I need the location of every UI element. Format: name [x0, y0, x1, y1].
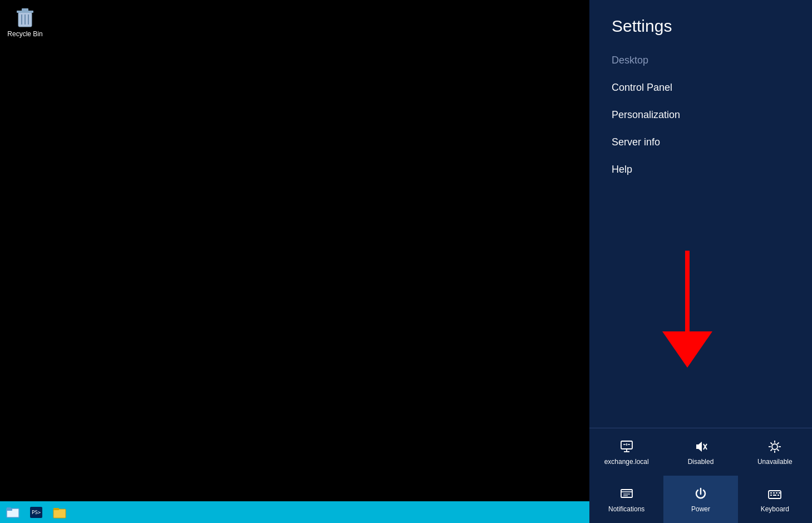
settings-menu: Desktop Control Panel Personalization Se…	[589, 47, 812, 183]
svg-rect-40	[776, 492, 777, 493]
settings-title: Settings	[589, 0, 812, 47]
svg-rect-39	[773, 492, 775, 493]
sound-disabled-label: Disabled	[688, 458, 714, 466]
settings-item-desktop[interactable]: Desktop	[612, 47, 790, 74]
brightness-unavailable-button[interactable]: Unavailable	[738, 428, 812, 476]
settings-item-personalization[interactable]: Personalization	[612, 101, 790, 129]
settings-item-server-info[interactable]: Server info	[612, 129, 790, 156]
keyboard-label: Keyboard	[761, 505, 789, 513]
svg-rect-2	[22, 8, 28, 11]
taskbar: PS>	[0, 501, 589, 523]
desktop	[0, 0, 589, 501]
svg-rect-42	[773, 495, 776, 496]
svg-rect-33	[621, 490, 632, 497]
settings-bottom: exchange.local Disabled	[589, 428, 812, 523]
svg-rect-41	[770, 495, 772, 496]
settings-panel: Settings Desktop Control Panel Personali…	[589, 0, 812, 523]
bottom-icons-grid: exchange.local Disabled	[589, 428, 812, 523]
taskbar-file-explorer[interactable]	[2, 503, 23, 521]
brightness-unavailable-label: Unavailable	[757, 458, 793, 466]
svg-rect-43	[777, 495, 779, 496]
keyboard-button[interactable]: Keyboard	[738, 476, 812, 523]
exchange-local-label: exchange.local	[604, 458, 649, 466]
taskbar-folder[interactable]	[49, 503, 70, 521]
svg-rect-38	[770, 492, 772, 493]
power-button[interactable]: Power	[663, 476, 737, 523]
notifications-button[interactable]: Notifications	[589, 476, 663, 523]
svg-text:PS>: PS>	[32, 510, 41, 515]
svg-marker-21	[696, 442, 702, 452]
svg-rect-9	[7, 507, 11, 510]
exchange-local-button[interactable]: exchange.local	[589, 428, 663, 476]
recycle-bin[interactable]: Recycle Bin	[6, 6, 45, 38]
svg-line-29	[771, 442, 772, 444]
svg-line-32	[771, 449, 772, 451]
notifications-label: Notifications	[608, 505, 644, 513]
sound-disabled-button[interactable]: Disabled	[663, 428, 737, 476]
power-label: Power	[691, 505, 710, 513]
recycle-bin-label: Recycle Bin	[7, 30, 42, 38]
settings-item-help[interactable]: Help	[612, 156, 790, 183]
svg-line-31	[777, 442, 779, 444]
svg-rect-44	[779, 492, 780, 493]
taskbar-powershell[interactable]: PS>	[26, 503, 47, 521]
svg-point-24	[772, 444, 777, 449]
svg-rect-12	[53, 509, 66, 518]
svg-line-30	[777, 449, 779, 451]
settings-item-control-panel[interactable]: Control Panel	[612, 74, 790, 101]
